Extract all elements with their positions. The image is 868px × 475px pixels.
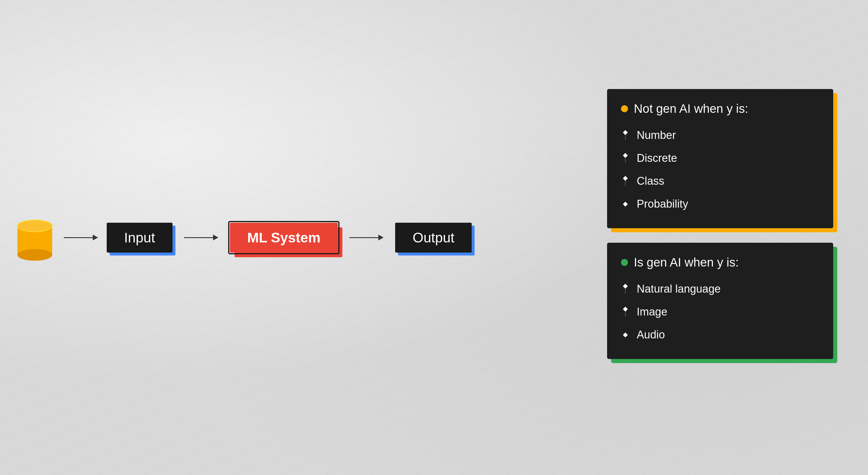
list-item: Class bbox=[621, 170, 819, 192]
line-container-1 bbox=[621, 130, 630, 140]
main-canvas: Input ML System Output bbox=[0, 0, 868, 475]
list-item: Natural language bbox=[621, 277, 819, 300]
list-item: Discrete bbox=[621, 147, 819, 170]
list-item: Image bbox=[621, 300, 819, 323]
output-box-step: Output bbox=[395, 223, 472, 253]
svg-point-1 bbox=[18, 249, 52, 261]
arrow-ml-to-output bbox=[349, 235, 383, 240]
line-container-4 bbox=[621, 202, 630, 206]
list-item: Probability bbox=[621, 192, 819, 215]
gen-ai-body: Is gen AI when y is: Natural language bbox=[607, 243, 833, 359]
line-container-3 bbox=[621, 176, 630, 186]
output-box: Output bbox=[395, 223, 472, 253]
item-label-probability: Probability bbox=[630, 192, 688, 215]
gen-ai-items: Natural language Image Audio bbox=[621, 277, 819, 346]
input-label: Input bbox=[107, 223, 173, 253]
line-container-6 bbox=[621, 307, 630, 316]
output-label: Output bbox=[395, 223, 472, 253]
diamond-icon bbox=[623, 153, 628, 158]
diamond-icon bbox=[623, 332, 628, 337]
line-container-7 bbox=[621, 333, 630, 336]
not-gen-ai-card: Not gen AI when y is: Number bbox=[607, 89, 833, 228]
input-box-step: Input bbox=[107, 223, 173, 253]
item-label-audio: Audio bbox=[630, 323, 665, 346]
list-item: Audio bbox=[621, 323, 819, 346]
arrow-db-to-input bbox=[64, 235, 98, 240]
flow-diagram: Input ML System Output bbox=[14, 213, 472, 262]
item-label-number: Number bbox=[630, 124, 676, 147]
gen-ai-dot bbox=[621, 259, 628, 266]
database-icon bbox=[14, 213, 55, 262]
ml-outline bbox=[228, 221, 340, 254]
database-step bbox=[14, 213, 55, 262]
gen-ai-card: Is gen AI when y is: Natural language bbox=[607, 243, 833, 359]
ml-box: ML System bbox=[230, 223, 338, 253]
diamond-icon bbox=[623, 306, 628, 311]
item-label-language: Natural language bbox=[630, 277, 720, 300]
diamond-icon bbox=[623, 202, 628, 206]
line-container-2 bbox=[621, 153, 630, 163]
not-gen-ai-header: Not gen AI when y is: bbox=[621, 102, 819, 116]
ml-box-step: ML System bbox=[230, 223, 338, 253]
diamond-icon bbox=[623, 284, 628, 289]
not-gen-ai-items: Number Discrete Cl bbox=[621, 124, 819, 215]
not-gen-ai-dot bbox=[621, 105, 628, 112]
gen-ai-title: Is gen AI when y is: bbox=[634, 256, 739, 269]
info-cards: Not gen AI when y is: Number bbox=[607, 89, 833, 359]
arrow-input-to-ml bbox=[184, 235, 218, 240]
gen-ai-header: Is gen AI when y is: bbox=[621, 256, 819, 269]
list-item: Number bbox=[621, 124, 819, 147]
diamond-icon bbox=[623, 176, 628, 181]
not-gen-ai-title: Not gen AI when y is: bbox=[634, 102, 748, 116]
input-box: Input bbox=[107, 223, 173, 253]
not-gen-ai-body: Not gen AI when y is: Number bbox=[607, 89, 833, 228]
diamond-icon bbox=[623, 130, 628, 135]
item-label-class: Class bbox=[630, 170, 664, 192]
line-container-5 bbox=[621, 284, 630, 294]
item-label-image: Image bbox=[630, 300, 668, 323]
item-label-discrete: Discrete bbox=[630, 147, 677, 170]
